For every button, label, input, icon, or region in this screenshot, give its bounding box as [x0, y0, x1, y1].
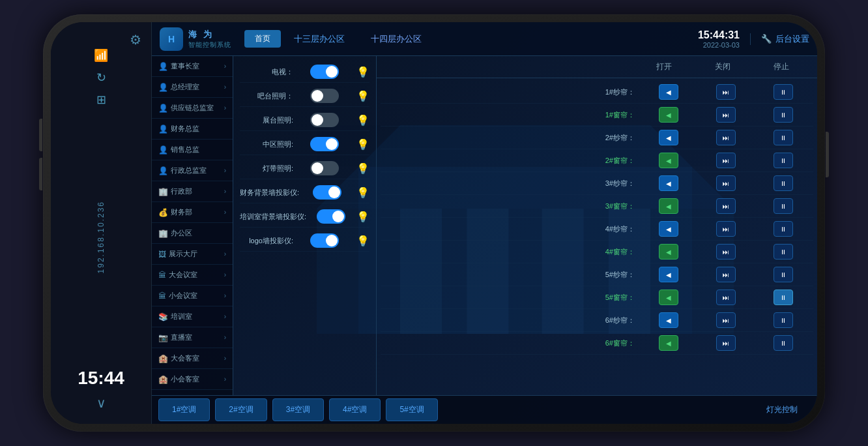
chevron-right-icon: › [224, 334, 226, 341]
sidebar-item[interactable]: 👤 总经理室 › [152, 77, 233, 98]
sidebar-item[interactable]: 🏛 大会议室 › [152, 265, 233, 286]
curtain-pause-button[interactable]: ⏸ [774, 244, 793, 260]
sidebar-item-label: 展示大厅 [169, 249, 222, 259]
curtain-row: 5#纱帘： ◀ ⏭ ⏸ [381, 263, 813, 286]
power-button[interactable] [826, 132, 829, 177]
sidebar-item[interactable]: 🏢 办公区 [152, 223, 233, 244]
time-block: 15:44:31 2022-03-03 [698, 29, 740, 49]
curtain-open-button[interactable]: ◀ [659, 198, 678, 214]
volume-down-button[interactable] [39, 158, 42, 190]
curtain-label: 1#纱帘： [383, 87, 641, 97]
sidebar-item[interactable]: 👤 供应链总监室 › [152, 98, 233, 119]
light-icon: 💡 [356, 66, 369, 78]
curtain-pause-button[interactable]: ⏸ [774, 198, 793, 214]
curtain-open-button[interactable]: ◀ [659, 221, 678, 237]
sidebar-item[interactable]: 💰 财务部 › [152, 202, 233, 223]
sidebar-item[interactable]: 👤 董事长室 › [152, 56, 233, 77]
control-label: 灯带照明: [240, 164, 298, 173]
curtain-open-button[interactable]: ◀ [659, 175, 678, 191]
sidebar-item-label: 办公区 [171, 228, 226, 238]
curtain-open-button[interactable]: ◀ [659, 153, 678, 168]
ac-button-2[interactable]: 2#空调 [215, 398, 267, 421]
sidebar-item[interactable]: 🏨 小会客室 › [152, 369, 233, 390]
curtain-open-button[interactable]: ◀ [659, 130, 678, 145]
sidebar-item[interactable]: 👤 行政总监室 › [152, 160, 233, 181]
sidebar-item-icon: 👤 [158, 166, 168, 175]
curtain-open-button[interactable]: ◀ [659, 335, 678, 351]
light-control-button[interactable]: 灯光控制 [753, 399, 811, 421]
light-icon: 💡 [356, 186, 369, 199]
toggle-switch[interactable] [310, 161, 339, 175]
curtain-stop-button[interactable]: ⏭ [716, 312, 736, 328]
ac-button-4[interactable]: 4#空调 [329, 398, 381, 421]
curtain-pause-button[interactable]: ⏸ [774, 335, 793, 351]
sidebar-item-label: 财务部 [171, 207, 222, 217]
toggle-knob [332, 211, 344, 222]
curtain-open-button[interactable]: ◀ [659, 267, 678, 282]
sidebar-item[interactable]: 📷 直播室 › [152, 327, 233, 348]
nav-area2[interactable]: 十四层办公区 [358, 33, 435, 45]
sidebar-item[interactable]: 🏢 行政部 › [152, 181, 233, 202]
curtain-open-button[interactable]: ◀ [659, 312, 678, 328]
curtain-pause-button[interactable]: ⏸ [774, 290, 793, 305]
nav-area1[interactable]: 十三层办公区 [281, 33, 358, 45]
header-time: 15:44:31 [698, 29, 740, 41]
control-row: 吧台照明： 💡 [240, 85, 369, 107]
curtain-pause-button[interactable]: ⏸ [774, 84, 793, 100]
curtain-pause-button[interactable]: ⏸ [774, 153, 793, 168]
curtain-stop-button[interactable]: ⏭ [716, 130, 736, 145]
curtain-pause-button[interactable]: ⏸ [774, 267, 793, 282]
sidebar-item-icon: 👤 [158, 83, 168, 92]
curtain-stop-button[interactable]: ⏭ [716, 107, 736, 123]
curtain-pause-button[interactable]: ⏸ [774, 175, 793, 191]
sidebar-item[interactable]: 👤 财务总监 [152, 119, 233, 140]
control-label: 展台照明: [240, 115, 298, 125]
curtain-stop-button[interactable]: ⏭ [716, 153, 736, 168]
curtain-open-button[interactable]: ◀ [659, 107, 678, 123]
curtain-stop-button[interactable]: ⏭ [716, 267, 736, 282]
sidebar-item-label: 销售总监 [171, 145, 226, 155]
curtain-stop-button[interactable]: ⏭ [716, 335, 736, 351]
curtain-open-button[interactable]: ◀ [659, 244, 678, 260]
curtain-pause-button[interactable]: ⏸ [774, 107, 793, 123]
curtain-stop-button[interactable]: ⏭ [716, 290, 736, 305]
volume-up-button[interactable] [39, 119, 42, 151]
toggle-knob [311, 114, 323, 126]
curtain-open-button[interactable]: ◀ [659, 290, 678, 305]
curtain-stop-button[interactable]: ⏭ [716, 175, 736, 191]
curtain-stop-button[interactable]: ⏭ [716, 84, 736, 100]
curtain-pause-button[interactable]: ⏸ [774, 130, 793, 145]
gear-icon[interactable]: ⚙ [130, 32, 141, 48]
sidebar-item[interactable]: 👤 销售总监 [152, 140, 233, 160]
curtain-open-button[interactable]: ◀ [659, 84, 678, 100]
curtain-stop-button[interactable]: ⏭ [716, 198, 736, 214]
curtain-pause-button[interactable]: ⏸ [774, 312, 793, 328]
toggle-switch[interactable] [317, 209, 345, 224]
sidebar-item[interactable]: 🖼 展示大厅 › [152, 244, 233, 265]
chevron-right-icon: › [224, 104, 226, 112]
curtain-buttons: ◀ ⏭ ⏸ [641, 130, 811, 145]
curtain-buttons: ◀ ⏭ ⏸ [641, 290, 811, 305]
toggle-switch[interactable] [310, 89, 339, 103]
toggle-switch[interactable] [310, 113, 339, 127]
toggle-knob [326, 66, 338, 78]
control-label: logo墙投影仪: [240, 236, 298, 246]
settings-button[interactable]: 🔧 后台设置 [750, 33, 809, 45]
ac-button-1[interactable]: 1#空调 [158, 398, 210, 421]
sidebar-item[interactable]: 🏨 大会客室 › [152, 348, 233, 369]
sidebar-item[interactable]: 🏛 小会议室 › [152, 286, 233, 306]
sidebar-item[interactable]: ☕ 休闲区 [152, 390, 233, 395]
sidebar-item-icon: 🖼 [158, 250, 166, 259]
toggle-switch[interactable] [310, 65, 339, 79]
toggle-switch[interactable] [313, 185, 341, 200]
toggle-switch[interactable] [310, 137, 339, 151]
curtain-row: 2#窗帘： ◀ ⏭ ⏸ [381, 149, 813, 172]
toggle-switch[interactable] [310, 233, 339, 248]
ac-button-3[interactable]: 3#空调 [272, 398, 324, 421]
sidebar-item[interactable]: 📚 培训室 › [152, 306, 233, 327]
curtain-stop-button[interactable]: ⏭ [716, 244, 736, 260]
curtain-pause-button[interactable]: ⏸ [774, 221, 793, 237]
ac-button-5[interactable]: 5#空调 [386, 398, 437, 421]
curtain-stop-button[interactable]: ⏭ [716, 221, 736, 237]
nav-home-button[interactable]: 首页 [244, 30, 281, 48]
